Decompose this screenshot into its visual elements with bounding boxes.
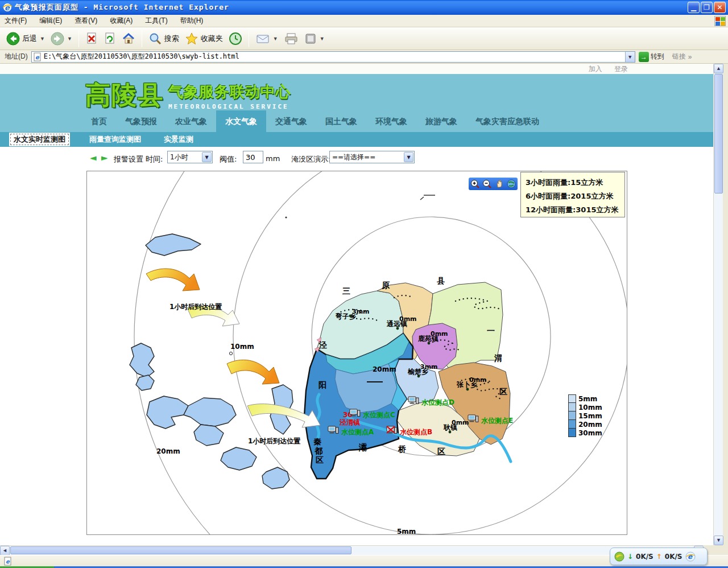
- flood-demo-select[interactable]: ==请选择== ▼: [329, 151, 415, 163]
- user-bar: 加入 登录: [0, 64, 713, 74]
- refresh-icon: [104, 32, 116, 46]
- threshold-label: 阀值:: [220, 154, 237, 164]
- rain-gengzhen: 0mm: [452, 419, 469, 426]
- rain-12h: 12小时面雨量:3015立方米: [526, 203, 624, 217]
- gauge-gengzhen: [449, 431, 452, 434]
- next-arrow-button[interactable]: ►: [101, 153, 108, 163]
- nav-agriculture[interactable]: 农业气象: [166, 111, 216, 133]
- scroll-up-button[interactable]: ▲: [714, 64, 723, 73]
- forward-button[interactable]: ▼: [48, 30, 75, 47]
- nav-environment[interactable]: 环境气象: [366, 111, 416, 133]
- back-icon: [6, 32, 20, 46]
- rain-wanzi: 3mm: [352, 308, 370, 315]
- rain-tongyuan: 0mm: [399, 315, 417, 323]
- legend-swatch-20mm: [568, 420, 576, 429]
- minimize-button[interactable]: ▁: [688, 2, 700, 13]
- legend-row: 15mm: [568, 411, 602, 420]
- station-c-label[interactable]: 水位测点C: [362, 411, 395, 419]
- history-button[interactable]: [226, 30, 245, 47]
- refresh-button[interactable]: [101, 30, 119, 47]
- nav-tourism[interactable]: 旅游气象: [416, 111, 466, 133]
- menu-tools[interactable]: 工具(T): [145, 16, 167, 26]
- search-button[interactable]: 搜索: [146, 30, 182, 47]
- links-chevron-icon[interactable]: »: [688, 53, 692, 61]
- nav-land[interactable]: 国土气象: [316, 111, 366, 133]
- scroll-down-button[interactable]: ▼: [714, 536, 723, 545]
- rain-6h: 6小时面雨量:2015立方米: [526, 190, 624, 203]
- town-jingwei: 泾渭镇: [339, 418, 360, 426]
- favorites-button[interactable]: 收藏夹: [182, 30, 226, 47]
- mail-button[interactable]: ▼: [253, 30, 281, 47]
- contour-10mm-point: [229, 352, 232, 355]
- zoom-out-icon[interactable]: [482, 179, 491, 188]
- legend-row: 10mm: [568, 403, 602, 411]
- stop-button[interactable]: [82, 30, 101, 47]
- back-button[interactable]: 后退▼: [3, 30, 48, 47]
- pan-hand-icon[interactable]: [495, 179, 504, 188]
- menu-edit[interactable]: 编辑(E): [39, 16, 62, 26]
- close-button[interactable]: ✕: [714, 2, 726, 13]
- vertical-scroll-thumb[interactable]: [714, 74, 723, 194]
- station-d-label[interactable]: 水位测点D: [421, 398, 454, 406]
- menu-file[interactable]: 文件(F): [5, 16, 27, 26]
- vertical-scrollbar[interactable]: ▲ ▼: [713, 64, 723, 545]
- contour-20mm-left: 20mm: [156, 447, 180, 455]
- address-input[interactable]: e E:\气象台\原型20110530\原型20110530\swyb-list…: [31, 51, 635, 63]
- window-title: 气象预报页面原型 - Microsoft Internet Explorer: [15, 2, 229, 13]
- menu-view[interactable]: 查看(V): [75, 16, 97, 26]
- rain-luyuan: 0mm: [431, 330, 448, 337]
- back-label: 后退: [22, 34, 37, 44]
- station-d-icon[interactable]: [408, 397, 419, 404]
- horizontal-scroll-thumb[interactable]: [10, 546, 351, 554]
- nav-home[interactable]: 首页: [82, 111, 116, 133]
- district-qu-right: 区: [499, 387, 507, 396]
- flood-select-arrow-icon: ▼: [404, 152, 413, 162]
- district-qiao: 桥: [398, 444, 407, 454]
- subnav-realtime-monitor[interactable]: 水文实时监测图: [9, 133, 70, 146]
- threshold-input[interactable]: [243, 151, 263, 163]
- legend-swatch-15mm: [568, 411, 576, 420]
- nav-traffic[interactable]: 交通气象: [266, 111, 316, 133]
- edit-button[interactable]: ▼: [301, 30, 328, 47]
- subnav-rain-query[interactable]: 雨量查询监测图: [86, 133, 144, 146]
- go-button[interactable]: → 转到: [639, 52, 664, 62]
- menu-favorites[interactable]: 收藏(A): [110, 16, 133, 26]
- station-b-label[interactable]: 水位测点B: [399, 428, 432, 436]
- print-button[interactable]: [281, 30, 301, 47]
- legend-label-30mm: 30mm: [578, 429, 602, 437]
- ie-widget-icon[interactable]: e: [685, 551, 696, 562]
- station-e-label[interactable]: 水位测点E: [481, 417, 513, 425]
- address-dropdown-button[interactable]: ▼: [625, 52, 635, 62]
- menu-help[interactable]: 帮助(H): [180, 16, 204, 26]
- security-ball-icon: [614, 551, 624, 562]
- upload-arrow-icon: ↑: [656, 553, 662, 561]
- links-label[interactable]: 链接: [672, 52, 686, 61]
- site-header: 高陵县 气象服务联动中心 METEOROLOGICAL SERVICE: [0, 74, 713, 112]
- search-icon: [148, 32, 162, 46]
- address-bar: 地址(D) e E:\气象台\原型20110530\原型20110530\swy…: [0, 50, 728, 64]
- map-dot-mark: [285, 216, 287, 218]
- station-a-label[interactable]: 水位测点A: [341, 428, 374, 436]
- login-link[interactable]: 登录: [614, 65, 628, 73]
- district-yi: 一: [487, 326, 495, 335]
- nav-weather-forecast[interactable]: 气象预报: [116, 111, 166, 133]
- nav-hydrology[interactable]: 水文气象: [216, 110, 266, 133]
- zoom-in-icon[interactable]: [470, 179, 479, 188]
- hydrology-map[interactable]: 1小时后到达位置 1小时后到达位置 10mm 20mm 20mm 5mm 三 原…: [86, 171, 627, 535]
- network-speed-widget[interactable]: ↓ 0K/S ↑ 0K/S e: [610, 548, 708, 565]
- legend-swatch-10mm: [568, 403, 576, 411]
- edit-icon: [304, 32, 317, 46]
- time-select[interactable]: 1小时 ▼: [167, 151, 213, 163]
- maximize-button[interactable]: ❐: [701, 2, 713, 13]
- home-icon: [122, 32, 135, 46]
- join-link[interactable]: 加入: [589, 65, 602, 73]
- globe-icon[interactable]: [507, 179, 516, 188]
- legend-label-15mm: 15mm: [578, 412, 602, 420]
- horizontal-scrollbar[interactable]: ◄ ►: [0, 545, 704, 555]
- nav-emergency[interactable]: 气象灾害应急联动: [466, 111, 548, 133]
- home-button[interactable]: [119, 30, 138, 47]
- subnav-live-monitor[interactable]: 实景监测: [160, 133, 197, 146]
- prev-arrow-button[interactable]: ◄: [90, 153, 97, 163]
- scroll-left-button[interactable]: ◄: [0, 546, 10, 555]
- legend-row: 5mm: [568, 394, 602, 403]
